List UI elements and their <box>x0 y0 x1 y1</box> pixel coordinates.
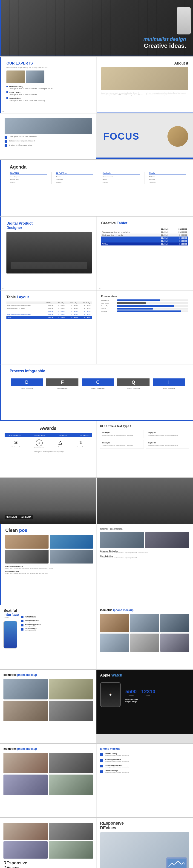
process-title-blue: Infographic <box>25 369 45 373</box>
award-label-2: Creative <box>58 446 63 447</box>
beatiful-item-0: Beatiful Group Lorem ipsum dolor <box>21 615 41 618</box>
iphone-img-c <box>160 614 189 632</box>
row-responsive: REsponsiveDEvices REsponsiveDEvices <box>0 818 193 868</box>
iphone2-title-normal: icometric <box>3 673 17 677</box>
digital-title-line1: Digital Product <box>6 221 33 225</box>
svg-rect-1 <box>167 859 186 868</box>
gantt-bar-2 <box>117 305 174 307</box>
iphone3-item-content-2: Business application Lorem ipsum dolor s… <box>105 764 189 768</box>
gantt-track-4 <box>117 310 188 312</box>
iphone3-dot-1 <box>100 759 103 762</box>
slide-number-experts: 01 <box>2 111 4 112</box>
iphone3-item-1: Stunning Interface Lorem ipsum dolor sit… <box>100 758 189 763</box>
iphone3-item-title-3: Graphic design <box>105 770 189 772</box>
lt-r2-l <box>6 310 42 313</box>
lt-r2-c2: $ 2.000.00 <box>54 310 66 313</box>
agenda-item-0-0: About Company <box>10 176 47 178</box>
normal-images <box>100 532 189 548</box>
process-slide: Process Infographic D Direct Marketing F… <box>0 365 193 421</box>
iphone3-slide: icometric iphone mockup <box>0 744 96 817</box>
row-beatiful-iphone: Beatiful interface App UI Beatiful Group… <box>0 605 193 670</box>
lt-total-l: TOTAL <box>6 316 42 319</box>
lt-r3-c4: $ 2.000.00 <box>79 313 92 316</box>
uikit-card-title-0: Display 01 <box>102 432 142 433</box>
responsive-img-d <box>49 841 93 859</box>
lt-r2-c3: $ 2.000.00 <box>66 310 79 313</box>
watch-stats-section: 5500 Calories 12310 Steps Universal desi… <box>126 686 189 703</box>
focus-bullet-2 <box>5 144 7 147</box>
uikit-title: UI Kit Title & text Type 1 <box>100 425 189 428</box>
iphone3-item-desc-2: Lorem ipsum dolor sit amet consectetur <box>105 766 189 768</box>
process-box-header-1: F <box>46 378 78 386</box>
iphone3-title-normal: icometric <box>3 747 17 750</box>
lt-th-2: Till 7 days <box>54 302 66 304</box>
creative-title: Creative Tablet <box>101 221 188 225</box>
creative-row-1: Hosting services - 24 months $ 2.000.00 … <box>101 234 188 237</box>
iphone2-title-blue: iphone mockup <box>17 673 37 677</box>
focus-item-text-2: Ut labore et dolore magna aliqua <box>9 144 32 146</box>
process-right-title: Process visual <box>101 295 188 298</box>
agenda-content: QUARTER About Company Template slides We… <box>10 172 186 184</box>
watch-screen: ⌚ <box>101 683 120 707</box>
award-symbol-3: 1 <box>77 439 85 445</box>
uikit-card-title-2: Display 03 <box>102 442 142 444</box>
experts-images <box>6 70 92 83</box>
clean-item-desc-1: Lorem ipsum dolor sit amet consectetur a… <box>5 573 93 575</box>
iphone-title: icometric iphone mockup <box>100 609 189 612</box>
process-box-header-3: Q <box>117 378 149 386</box>
gantt-track-3 <box>117 308 188 310</box>
lt-r0-c3: $ 2.000.00 <box>66 304 79 307</box>
awards-bar: Best Design Award Creative Award UX Awar… <box>5 433 92 437</box>
lt-total-c1: $ 2.000.00 <box>42 316 54 319</box>
focus-item-1: Sed do eiusmod tempor incididunt ut <box>5 140 92 143</box>
break-slide-right <box>96 478 193 524</box>
gantt-row-4: Marketing <box>101 310 188 312</box>
lt-r3-c1: $ 2.000.00 <box>42 313 54 316</box>
watch-stat-1: 12310 Steps <box>141 689 155 696</box>
iphone3-item-desc-1: Lorem ipsum dolor sit amet consectetur <box>105 761 189 763</box>
lt-r0-c1: $ 2.000.00 <box>42 304 54 307</box>
about-slide: About it Lorem ipsum dolor sit amet, con… <box>96 57 193 113</box>
iphone3-img-a <box>3 753 48 773</box>
focus-blue-bar <box>96 157 193 159</box>
hero-accent-bar <box>0 0 1 56</box>
gantt-bar-1 <box>117 302 146 304</box>
experts-title-blue: EXPERTS <box>16 61 33 65</box>
beatiful-items: Beatiful Group Lorem ipsum dolor Stunnin… <box>21 615 41 666</box>
clean-slide: Clean pos Normal Presentation Lorem ipsu… <box>0 524 96 604</box>
award-icon-1: ○ Communication <box>34 439 44 448</box>
award-label-1: Communication <box>34 447 44 448</box>
focus-circle-image <box>167 126 188 147</box>
normal-image-a <box>100 532 144 548</box>
iphone3-item-2: Business application Lorem ipsum dolor s… <box>100 764 189 768</box>
watch-feature-label-0: Universal design <box>126 699 138 700</box>
iphone3-dot-2 <box>100 765 103 768</box>
awards-slide: Awards Best Design Award Creative Award … <box>0 421 96 477</box>
experts-desc: Lorem Ipsum is simply dummy text of the … <box>6 66 92 69</box>
experts-list-item-2: Integrated.pst Lorem ipsum dolor sit ame… <box>6 97 92 101</box>
process-box-label-1: Full Marketing <box>46 387 78 389</box>
creative-row2-label <box>101 237 153 240</box>
process-box-0: D Direct Marketing <box>10 377 44 391</box>
responsive2-image <box>100 832 189 868</box>
iphone3-images <box>3 753 93 795</box>
beatiful-dot-0 <box>21 616 24 618</box>
iphone-title-blue: iphone mockup <box>113 609 134 612</box>
lt-r1-c4: $ 2.000.00 <box>79 307 92 310</box>
creative-slide: Creative Tablet $ 2.000.00 $ 12.000.00 W… <box>96 217 193 290</box>
iphone3-items-list: Beatiful Group Lorem ipsum dolor sit ame… <box>100 753 189 774</box>
uikit-card-2: Display 03 Lorem ipsum dolor sit amet co… <box>100 440 144 448</box>
experts-list: Email Marketing Lorem ipsum dolor sit am… <box>6 86 92 101</box>
agenda-col-2: Available Creative product Beatiful Proc… <box>103 172 140 184</box>
focus-bullet-1 <box>5 140 7 143</box>
process-box-label-0: Direct Marketing <box>11 387 43 389</box>
gantt-row-0: First Region <box>101 300 188 301</box>
focus-image <box>5 118 92 134</box>
beatiful-title: Beatiful interface <box>3 609 19 617</box>
beatiful-item-desc-2: Lorem ipsum dolor <box>25 625 41 627</box>
agenda-divider-2 <box>144 172 144 184</box>
responsive2-tablet-visual <box>165 856 188 868</box>
normal-item-1: More Edit Idea Lorem ipsum dolor sit ame… <box>100 555 189 559</box>
hero-slide: minimalist design Creative ideas. <box>0 0 193 56</box>
creative-th-col2: $ 12.000.00 <box>170 227 188 230</box>
